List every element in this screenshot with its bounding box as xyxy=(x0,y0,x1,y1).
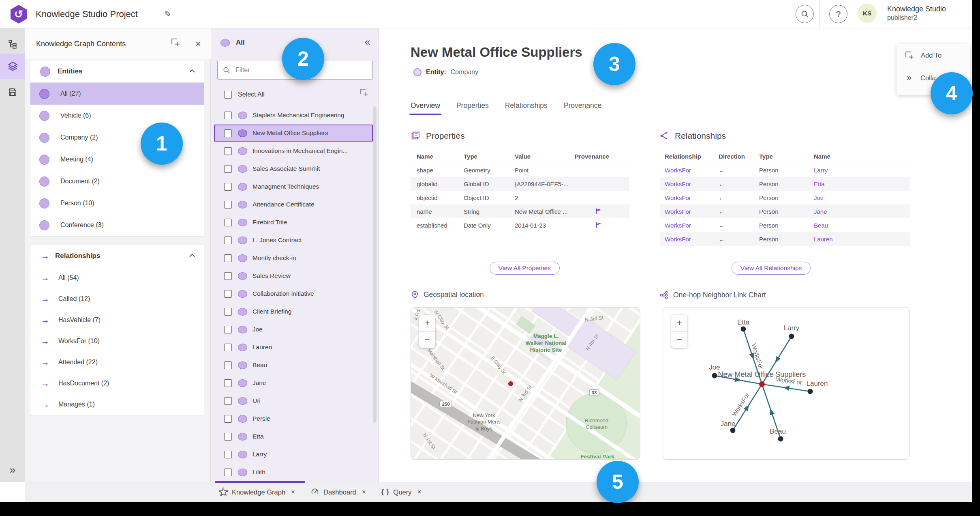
entity-list-item[interactable]: L. Jones Contract xyxy=(211,231,379,249)
link-chart[interactable]: EttaLarryJoeLaurenJaneBeauNew Metal Offi… xyxy=(663,307,910,460)
related-entity-link[interactable]: Joe xyxy=(814,194,910,201)
relationship-type-item[interactable]: → Manages (1) xyxy=(30,394,204,415)
entity-checkbox[interactable] xyxy=(224,469,232,476)
entity-list-item[interactable]: Joe xyxy=(211,320,379,338)
entity-checkbox[interactable] xyxy=(224,165,232,173)
rail-data-model-button[interactable] xyxy=(0,32,25,57)
entity-list-item[interactable]: Client Briefing xyxy=(211,303,379,320)
select-all-checkbox[interactable] xyxy=(224,91,232,99)
entity-checkbox[interactable] xyxy=(224,397,232,405)
add-layer-button[interactable] xyxy=(170,37,180,49)
entity-list-item[interactable]: New Metal Office Suppliers xyxy=(211,124,379,142)
help-button[interactable]: ? xyxy=(829,5,847,23)
tab-knowledge-graph[interactable]: Knowledge Graph × xyxy=(219,488,295,497)
relationship-type-item[interactable]: → All (54) xyxy=(30,267,204,288)
detail-tab[interactable]: Relationships xyxy=(505,101,548,115)
add-to-menu-item[interactable]: Add To xyxy=(897,44,970,67)
detail-tab[interactable]: Properties xyxy=(456,101,489,115)
close-tab-icon[interactable]: × xyxy=(289,488,295,496)
entity-list-item[interactable]: Innovations in Mechanical Engin... xyxy=(211,142,379,160)
entity-list-item[interactable]: Sales Associate Summit xyxy=(211,160,379,178)
entity-type-item[interactable]: All (27) xyxy=(30,83,204,105)
entity-list-item[interactable]: Attendance Certificate xyxy=(211,196,379,213)
relationship-type-item[interactable]: → Called (12) xyxy=(30,288,204,310)
view-all-relationships-button[interactable]: View All Relationships xyxy=(732,262,811,275)
account-info[interactable]: Knowledge Studio publisher2 xyxy=(887,4,946,22)
entity-list-item[interactable]: Lilith xyxy=(211,463,379,481)
entity-checkbox[interactable] xyxy=(224,236,232,244)
entity-checkbox[interactable] xyxy=(224,129,232,137)
zoom-in-button[interactable]: + xyxy=(671,315,687,332)
entity-list-item[interactable]: Persie xyxy=(211,410,379,428)
view-all-properties-button[interactable]: View All Properties xyxy=(490,262,560,275)
relationship-link[interactable]: WorksFor xyxy=(660,167,719,174)
relationship-type-item[interactable]: → Attended (22) xyxy=(30,352,204,373)
entity-type-item[interactable]: Vehicle (6) xyxy=(30,105,204,127)
entity-list-item[interactable]: Montly check-in xyxy=(211,249,379,267)
entity-list-item[interactable]: Jane xyxy=(211,374,379,392)
close-tab-icon[interactable]: × xyxy=(416,488,422,496)
list-scrollbar[interactable] xyxy=(373,106,377,423)
app-logo-icon[interactable]: ↺ xyxy=(11,5,27,24)
entity-checkbox[interactable] xyxy=(224,451,232,458)
entity-checkbox[interactable] xyxy=(224,112,232,119)
entity-list-item[interactable]: Firebird Title xyxy=(211,213,379,231)
provenance-flag-icon[interactable] xyxy=(594,207,602,215)
chevron-up-icon[interactable] xyxy=(188,68,196,75)
close-panel-button[interactable]: × xyxy=(195,28,201,59)
entity-list-item[interactable]: Etta xyxy=(211,428,379,445)
close-tab-icon[interactable]: × xyxy=(360,488,366,496)
entity-checkbox[interactable] xyxy=(224,272,232,280)
relationship-type-item[interactable]: → HasDocument (2) xyxy=(30,373,204,394)
collapse-panel-button[interactable]: « xyxy=(365,36,370,48)
tab-dashboard[interactable]: Dashboard × xyxy=(310,488,366,497)
edit-title-icon[interactable]: ✎ xyxy=(164,0,171,28)
add-entity-button[interactable] xyxy=(359,88,369,99)
related-entity-link[interactable]: Lauren xyxy=(814,236,910,243)
entity-checkbox[interactable] xyxy=(224,344,232,351)
avatar[interactable]: KS xyxy=(858,4,877,23)
relationship-link[interactable]: WorksFor xyxy=(660,222,719,229)
entities-section-header[interactable]: Entities xyxy=(30,60,204,83)
entity-checkbox[interactable] xyxy=(224,290,232,298)
relationship-link[interactable]: WorksFor xyxy=(660,208,719,215)
entity-list-item[interactable]: Staplers Mechanical Engineering xyxy=(211,106,379,124)
entity-checkbox[interactable] xyxy=(224,308,232,316)
relationship-type-item[interactable]: → HasVehicle (7) xyxy=(30,310,204,331)
entity-checkbox[interactable] xyxy=(224,361,232,369)
relationships-section-header[interactable]: → Relationships xyxy=(30,245,204,267)
related-entity-link[interactable]: Larry xyxy=(814,167,910,174)
detail-tab[interactable]: Provenance xyxy=(564,101,601,115)
entity-checkbox[interactable] xyxy=(224,433,232,441)
entity-list-item[interactable]: Uri xyxy=(211,392,379,410)
entity-checkbox[interactable] xyxy=(224,147,232,155)
entity-checkbox[interactable] xyxy=(224,415,232,423)
rail-contents-button[interactable] xyxy=(0,54,25,79)
relationship-type-item[interactable]: → WorksFor (10) xyxy=(30,331,204,352)
provenance-flag-icon[interactable] xyxy=(594,221,602,229)
entity-type-item[interactable]: Conference (3) xyxy=(30,214,204,236)
entity-list-item[interactable]: Beau xyxy=(211,356,379,374)
select-all-row[interactable]: Select All xyxy=(224,88,265,101)
zoom-in-button[interactable]: + xyxy=(419,315,435,332)
entity-checkbox[interactable] xyxy=(224,326,232,333)
relationship-link[interactable]: WorksFor xyxy=(660,194,719,201)
entity-list-item[interactable]: Lauren xyxy=(211,338,379,356)
related-entity-link[interactable]: Beau xyxy=(814,222,910,229)
chevron-up-icon[interactable] xyxy=(188,253,196,260)
entity-type-item[interactable]: Person (10) xyxy=(30,192,204,214)
entity-list-item[interactable]: Larry xyxy=(211,445,379,463)
rail-expand-button[interactable]: » xyxy=(0,461,25,479)
entity-type-item[interactable]: Document (2) xyxy=(30,170,204,192)
related-entity-link[interactable]: Jane xyxy=(814,208,910,215)
relationship-link[interactable]: WorksFor xyxy=(660,236,719,243)
zoom-out-button[interactable]: − xyxy=(671,332,687,348)
entity-checkbox[interactable] xyxy=(224,183,232,191)
entity-checkbox[interactable] xyxy=(224,201,232,209)
detail-tab[interactable]: Overview xyxy=(411,101,440,115)
rail-save-button[interactable] xyxy=(0,80,25,105)
entity-list-item[interactable]: Collaboration initiative xyxy=(211,285,379,303)
geospatial-map[interactable]: k RdW Clay StN 3rd StMaggie L. Walker Na… xyxy=(411,307,640,460)
entity-checkbox[interactable] xyxy=(224,254,232,262)
entity-list-item[interactable]: Managment Techniques xyxy=(211,178,379,196)
